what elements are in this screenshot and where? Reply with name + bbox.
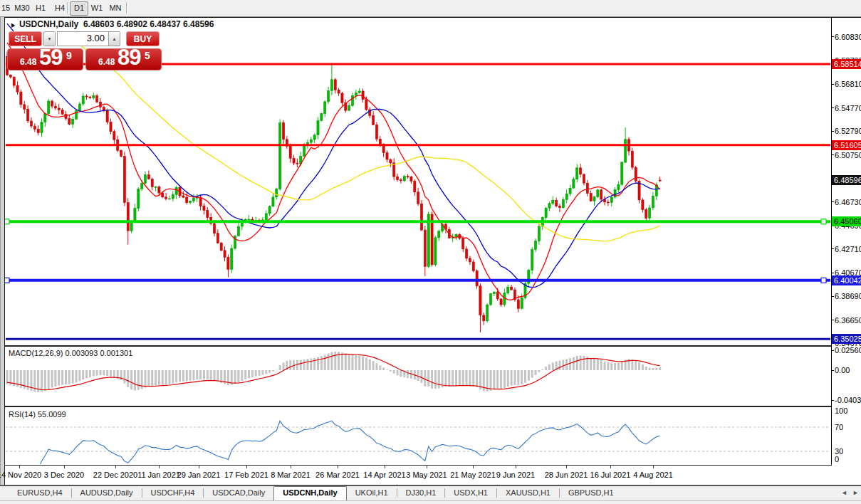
candle-body (621, 162, 623, 184)
macd-histogram-bar (386, 369, 388, 370)
candle-body (268, 206, 271, 214)
macd-histogram-bar (186, 370, 188, 381)
candle-body (282, 122, 284, 139)
timeframe-button-h1[interactable]: H1 (32, 1, 49, 14)
candle-body (358, 91, 360, 93)
macd-histogram-bar (469, 370, 471, 386)
price-tick-label: 6.54770 (835, 104, 861, 112)
macd-tick-mark (831, 400, 834, 401)
price-level-label: 6.51605 (832, 140, 861, 150)
buy-price-box[interactable]: 6.48 89 5 (85, 48, 162, 70)
macd-histogram-bar (434, 370, 437, 389)
candle-body (110, 122, 112, 131)
sell-button[interactable]: SELL (9, 31, 42, 46)
candle-body (93, 96, 95, 98)
one-click-trading-panel: SELL ▼ 3.00 ▲ BUY 6.48 59 9 6.48 89 5 (7, 31, 163, 70)
rsi-line (7, 421, 660, 468)
candle-body (625, 140, 627, 162)
candle-body (410, 177, 412, 181)
macd-histogram-bar (593, 359, 595, 370)
candle-body (659, 180, 661, 181)
main-macd-separator[interactable] (0, 345, 861, 347)
candle-body (41, 122, 43, 133)
timeframe-button-h4[interactable]: H4 (51, 1, 68, 14)
chart-tab-eurusd[interactable]: EURUSD,H4 (9, 486, 71, 500)
chart-tab-usdcad[interactable]: USDCAD,Daily (204, 486, 273, 500)
macd-histogram-bar (320, 356, 323, 370)
candle-body (279, 122, 281, 189)
candle-body (65, 115, 67, 119)
line-drag-handle[interactable] (4, 219, 9, 224)
candle-body (317, 121, 319, 135)
date-tick-mark (338, 466, 338, 468)
timeframe-button-m30[interactable]: M30 (12, 1, 32, 14)
price-chart[interactable] (0, 0, 861, 504)
line-drag-handle[interactable] (821, 278, 826, 283)
candle-body (89, 97, 91, 98)
line-drag-handle[interactable] (821, 219, 826, 224)
chart-tab-gbpusd[interactable]: GBPUSD,H1 (560, 486, 622, 500)
price-tick-label: 6.56810 (835, 80, 861, 88)
sell-price-big: 59 (39, 45, 62, 70)
volume-decrease-button[interactable]: ▼ (43, 31, 56, 46)
candle-body (562, 200, 564, 208)
candle-body (27, 109, 29, 121)
timeframe-button-15[interactable]: 15 (0, 1, 11, 14)
candle-body (182, 196, 184, 197)
chart-tab-usdcnh[interactable]: USDCNH,Daily (273, 486, 346, 501)
line-drag-handle[interactable] (4, 278, 9, 283)
sell-price-prefix: 6.48 (20, 57, 36, 67)
candle-body (276, 189, 278, 197)
candle-body (348, 105, 350, 110)
tab-scroll-left-icon[interactable]: ◄ (841, 489, 847, 496)
candle-body (507, 287, 509, 293)
candle-body (652, 196, 654, 208)
candle-body (216, 233, 219, 243)
macd-histogram-bar (455, 370, 457, 386)
candle-body (552, 201, 554, 204)
macd-histogram-bar (614, 363, 616, 370)
macd-histogram-bar (407, 370, 409, 378)
chart-symbol-period: USDCNH,Daily (19, 19, 78, 29)
macd-rsi-separator[interactable] (0, 406, 861, 407)
buy-button[interactable]: BUY (126, 31, 160, 46)
macd-histogram-bar (452, 370, 454, 387)
candle-body (82, 96, 84, 104)
macd-histogram-bar (99, 370, 101, 375)
chart-tab-ukoil[interactable]: UKOil,H1 (347, 486, 397, 500)
mt4-terminal: 15M30H1H4D1W1MN ▲USDCNH,Daily 6.48603 6.… (0, 0, 861, 504)
candle-body (44, 114, 46, 122)
macd-histogram-bar (604, 362, 606, 370)
candle-body (106, 110, 108, 122)
candle-body (645, 209, 647, 218)
macd-histogram-bar (583, 356, 585, 370)
candle-body (24, 105, 26, 109)
sell-price-box[interactable]: 6.48 59 9 (7, 48, 83, 70)
volume-input[interactable]: 3.00 (57, 31, 109, 46)
chart-tab-dj30[interactable]: DJ30,H1 (397, 486, 445, 500)
rsi-pane[interactable] (6, 421, 830, 468)
price-tick-label: 6.46730 (835, 198, 861, 206)
chart-tab-audusd[interactable]: AUDUSD,Daily (72, 486, 142, 500)
candle-body (172, 194, 174, 199)
rsi-indicator-label: RSI(14) 55.0099 (9, 410, 66, 419)
chart-tab-xauusd[interactable]: XAUUSD,H1 (497, 486, 559, 500)
price-level-label: 6.58514 (832, 59, 861, 69)
macd-histogram-bar (162, 370, 164, 384)
tab-scroll-right-icon[interactable]: ► (852, 489, 859, 496)
date-tick-mark (291, 466, 291, 468)
timeframe-button-d1[interactable]: D1 (70, 1, 88, 16)
chart-tab-usdx[interactable]: USDX,H1 (445, 486, 496, 500)
candle-body (207, 210, 209, 217)
date-tick-mark (246, 466, 247, 468)
macd-pane[interactable] (6, 352, 662, 392)
macd-histogram-bar (155, 370, 157, 385)
timeframe-button-mn[interactable]: MN (107, 1, 124, 14)
chart-tab-usdchf[interactable]: USDCHF,H4 (142, 486, 204, 500)
candle-body (593, 197, 595, 201)
timeframe-button-w1[interactable]: W1 (88, 1, 105, 14)
candle-body (580, 168, 582, 174)
candle-body (324, 102, 326, 113)
volume-increase-button[interactable]: ▲ (108, 31, 120, 46)
macd-histogram-bar (528, 370, 530, 381)
